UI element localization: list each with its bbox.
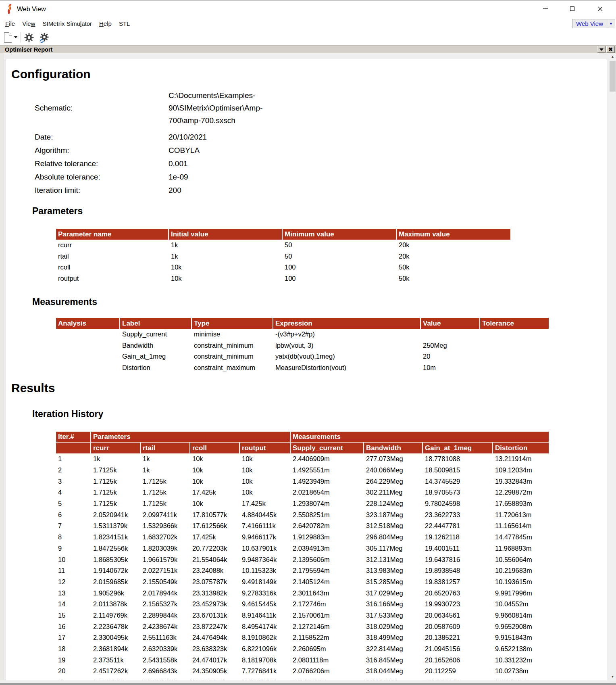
table-cell: 2.0997411k — [141, 509, 190, 520]
menu-item-view[interactable]: View — [19, 18, 39, 29]
column-header: rcurr — [91, 443, 141, 453]
table-cell: rcurr — [56, 240, 169, 251]
configuration-heading: Configuration — [11, 67, 91, 81]
vertical-scrollbar[interactable]: ▲ ▼ — [609, 53, 616, 680]
table-cell — [56, 351, 120, 362]
table-cell: 2.5511163k — [141, 632, 190, 643]
table-cell: 2.3681894k — [91, 643, 141, 655]
table-cell: 2.3300495k — [91, 632, 141, 643]
table-cell: 2.0520941k — [91, 509, 141, 520]
table-row: Bandwidthconstraint_minimumlpbw(vout, 3)… — [56, 340, 549, 351]
menu-item-help[interactable]: Help — [96, 18, 115, 29]
settings-gear-icon[interactable] — [24, 33, 34, 42]
table-cell: 318.044Meg — [364, 666, 423, 677]
config-field-label: Absolute tolerance: — [35, 171, 169, 183]
table-cell: 2.172746m — [291, 599, 364, 610]
maximize-button[interactable] — [563, 1, 581, 17]
table-cell: 14.3745529 — [423, 476, 493, 487]
menu-item-stl[interactable]: STL — [115, 18, 134, 29]
table-cell: 24.474017k — [190, 654, 240, 666]
table-cell: 322.814Meg — [364, 643, 423, 655]
table-row: 131.905296k2.0178944k23.313982k9.2783316… — [56, 587, 549, 599]
table-cell: 11.720613m — [493, 509, 549, 520]
column-header — [56, 443, 91, 453]
column-header: Measurements — [291, 432, 549, 443]
table-cell: 17.425k — [190, 487, 240, 498]
horizontal-scrollbar-track[interactable] — [0, 680, 609, 683]
table-cell: 23.638323k — [190, 643, 240, 655]
table-cell: 2.6320339k — [141, 643, 190, 655]
close-button[interactable] — [591, 1, 610, 17]
menu-item-simetrix-simulator[interactable]: SIMetrix Simulator — [39, 18, 96, 29]
table-cell: 21.554064k — [190, 554, 240, 565]
table-cell: 10k — [240, 453, 291, 465]
table-cell: constraint_minimum — [192, 351, 273, 362]
scroll-up-button[interactable]: ▲ — [609, 53, 616, 60]
table-cell: lpbw(vout, 3) — [273, 340, 421, 351]
table-row: 31.7125k1.7125k10k10k1.4923949m264.229Me… — [56, 476, 549, 487]
table-cell: Bandwidth — [120, 340, 192, 351]
scrollbar-thumb[interactable] — [610, 61, 616, 92]
table-cell: MeasureDistortion(vout) — [273, 362, 421, 374]
table-header-row: Parameter nameInitial valueMinimum value… — [56, 229, 510, 240]
chevron-down-icon[interactable]: ▼ — [607, 19, 615, 28]
scroll-down-button[interactable]: ▼ — [609, 673, 616, 680]
table-cell — [56, 329, 120, 340]
table-cell: 316.845Meg — [364, 654, 423, 666]
table-cell: 10.637901k — [240, 543, 291, 554]
table-cell: 7.7276841k — [240, 666, 291, 677]
minimize-button[interactable] — [536, 1, 555, 17]
table-cell: 2.1158522m — [291, 632, 364, 643]
parameters-table: Parameter nameInitial valueMinimum value… — [56, 229, 510, 284]
table-cell: 20k — [397, 251, 510, 262]
config-field-value: 20/10/2021 — [169, 131, 277, 143]
config-field-row: Iteration limit:200 — [35, 184, 277, 196]
table-cell: 9 — [56, 543, 91, 554]
table-cell: 8.1910862k — [240, 632, 291, 643]
refresh-arrows-icon — [40, 40, 44, 42]
table-cell: 19.1262118 — [423, 532, 493, 543]
table-cell: 19.8938548 — [423, 565, 493, 576]
rerun-gear-icon[interactable] — [39, 33, 49, 43]
table-cell: 109.12034m — [493, 465, 549, 476]
table-cell: 10 — [56, 554, 91, 565]
table-cell: 12.298872m — [493, 487, 549, 498]
table-cell: 1.8472556k — [91, 543, 141, 554]
table-cell: 2.5431558k — [141, 654, 190, 666]
new-document-dropdown-icon[interactable] — [14, 36, 17, 38]
table-cell: 1.7125k — [91, 498, 141, 510]
table-cell — [480, 340, 549, 351]
table-cell: 1.9129883m — [291, 532, 364, 543]
table-cell: 2.0766206m — [291, 666, 364, 677]
column-header: Analysis — [56, 318, 120, 329]
table-row: 122.0159685k2.1550549k23.075787k9.491814… — [56, 576, 549, 588]
new-document-button[interactable] — [4, 32, 12, 43]
table-cell — [421, 329, 480, 340]
table-cell: 19.6437816 — [423, 554, 493, 565]
table-cell: 1.5311379k — [91, 520, 141, 532]
table-cell: 2.373511k — [91, 654, 141, 666]
table-cell: 2.0801118m — [291, 654, 364, 666]
config-field-value: 200 — [169, 184, 277, 196]
table-cell: 4 — [56, 487, 91, 498]
table-cell: 1.8203039k — [141, 543, 190, 554]
table-row: 51.7125k1.7125k10k17.425k1.2938074m228.1… — [56, 498, 549, 510]
config-field-row: Schematic:C:\Documents\Examples-90\SIMet… — [35, 89, 277, 127]
table-cell: 10.115323k — [240, 565, 291, 576]
toolbar — [0, 30, 616, 45]
title-bar: Web View — [0, 1, 616, 17]
config-field-label: Relative tolerance: — [35, 157, 169, 170]
table-cell: 1.7125k — [91, 465, 141, 476]
panel-dropdown-button[interactable] — [597, 46, 606, 53]
table-cell: 9.9151843m — [493, 632, 549, 643]
table-cell: 24.476494k — [190, 632, 240, 643]
table-cell: 2.2899844k — [141, 610, 190, 621]
config-field-value: 0.001 — [169, 157, 277, 170]
menu-item-file[interactable]: File — [2, 18, 19, 29]
panel-close-button[interactable]: ✖ — [606, 46, 615, 53]
table-cell: 11.165614m — [493, 520, 549, 532]
minimize-icon — [543, 8, 548, 9]
table-cell: 8.9146411k — [240, 610, 291, 621]
view-mode-selector[interactable]: Web View ▼ — [572, 19, 615, 28]
table-cell: 10.219683m — [493, 565, 549, 576]
